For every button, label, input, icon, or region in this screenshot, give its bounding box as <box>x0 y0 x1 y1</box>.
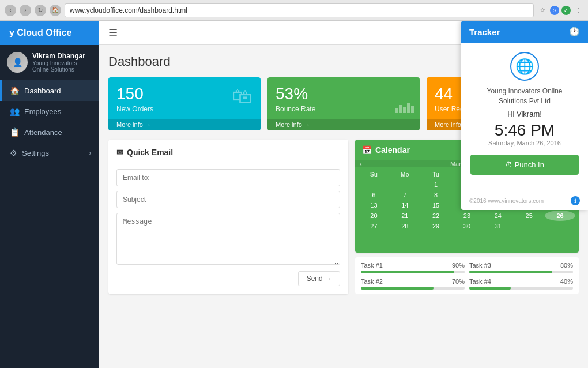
user-name: Vikram Dhangar <box>32 52 92 60</box>
task-2-percent: 70% <box>452 278 465 285</box>
sidebar-item-label: Employees <box>24 107 61 116</box>
cal-day[interactable]: 29 <box>421 221 451 231</box>
task-item-1: Task #1 90% <box>361 262 465 273</box>
bounce-label: Bounce Rate <box>276 105 412 113</box>
attendance-icon: 📋 <box>10 127 20 137</box>
chevron-right-icon: › <box>89 150 91 156</box>
tracker-date: Saturday, March 26, 2016 <box>470 140 579 147</box>
cal-day[interactable] <box>545 221 575 231</box>
browser-chrome: ‹ › ↻ 🏠 ☆ S ✓ ⋮ <box>0 0 588 21</box>
ext-icon-2[interactable]: ✓ <box>561 6 571 15</box>
ext-icon-3[interactable]: ⋮ <box>573 5 583 16</box>
forward-button[interactable]: › <box>20 5 31 16</box>
task-4-percent: 40% <box>560 278 573 285</box>
home-button[interactable]: 🏠 <box>50 5 61 16</box>
orders-more-info[interactable]: More info → <box>108 119 261 130</box>
avatar: 👤 <box>7 52 28 73</box>
task-item-2: Task #2 70% <box>361 278 465 290</box>
back-button[interactable]: ‹ <box>5 5 16 16</box>
cal-day[interactable]: 1 <box>421 179 451 190</box>
tracker-panel: Tracker 🕐 🌐 Young Innovators OnlineSolut… <box>461 21 588 210</box>
quick-email-title: ✉ Quick Email <box>116 148 340 162</box>
ext-icon-1[interactable]: S <box>550 6 559 15</box>
cal-week-4: 20 21 22 23 24 25 26 <box>359 211 575 221</box>
task-2-label: Task #2 <box>361 278 383 285</box>
cal-day[interactable]: 20 <box>359 211 389 221</box>
cal-day[interactable]: 30 <box>452 221 483 231</box>
cal-day[interactable]: 22 <box>421 211 451 221</box>
sidebar-item-label: Settings <box>22 149 49 157</box>
cal-day[interactable]: 24 <box>483 211 513 221</box>
cal-day[interactable]: 28 <box>390 221 420 231</box>
task-2-bar <box>361 287 434 290</box>
task-1-percent: 90% <box>452 262 465 269</box>
message-field[interactable] <box>116 213 340 265</box>
tasks-grid: Task #1 90% Task #3 80% <box>361 262 573 290</box>
bounce-value: 53% <box>276 84 412 104</box>
send-button[interactable]: Send → <box>298 271 340 286</box>
main-content: ☰ Dashboard 150 New Orders 🛍 More info →… <box>99 21 588 368</box>
subject-field[interactable] <box>116 191 340 208</box>
info-icon[interactable]: ℹ <box>571 196 580 205</box>
sidebar-item-attendance[interactable]: 📋 Attendance <box>0 122 99 142</box>
task-4-label: Task #4 <box>469 278 491 285</box>
tracker-title: Tracker <box>469 27 500 37</box>
tracker-greeting: Hi Vikram! <box>470 110 579 118</box>
cal-day[interactable]: 6 <box>359 190 389 200</box>
cal-day[interactable]: 7 <box>390 190 420 200</box>
settings-icon: ⚙ <box>10 148 17 157</box>
sidebar-item-settings[interactable]: ⚙ Settings › <box>0 142 99 163</box>
tracker-header: Tracker 🕐 <box>461 21 588 43</box>
cal-day[interactable]: 21 <box>390 211 420 221</box>
sidebar-item-label: Attendance <box>24 128 62 137</box>
bar-chart-icon <box>395 103 414 113</box>
calendar-icon: 📅 <box>362 145 372 155</box>
cal-day[interactable]: 25 <box>514 211 544 221</box>
app-title: y Cloud Office <box>9 28 71 38</box>
sidebar-item-label: Dashboard <box>24 87 61 95</box>
stat-card-orders: 150 New Orders 🛍 More info → <box>108 77 261 130</box>
clock-icon[interactable]: 🕐 <box>569 27 580 37</box>
tracker-footer-url: ©2016 www.yinnovators.com <box>469 198 544 204</box>
day-header-mo: Mo <box>390 170 420 179</box>
cal-day[interactable] <box>359 179 389 190</box>
email-to-field[interactable] <box>116 169 340 186</box>
cal-day[interactable] <box>514 221 544 231</box>
quick-email-panel: ✉ Quick Email Send → <box>108 140 348 294</box>
tasks-panel: Task #1 90% Task #3 80% <box>355 257 579 294</box>
day-header-su: Su <box>359 170 389 179</box>
app-logo: y Cloud Office <box>0 21 99 45</box>
cal-day[interactable]: 15 <box>421 200 451 211</box>
cal-week-5: 27 28 29 30 31 <box>359 221 575 231</box>
nav-items: 🏠 Dashboard 👥 Employees 📋 Attendance ⚙ S… <box>0 80 99 368</box>
refresh-button[interactable]: ↻ <box>35 5 46 16</box>
app: y Cloud Office 👤 Vikram Dhangar Young In… <box>0 21 588 368</box>
bounce-more-info[interactable]: More info → <box>267 119 420 130</box>
address-bar[interactable] <box>65 3 534 17</box>
star-icon[interactable]: ☆ <box>537 5 548 16</box>
cal-day-today[interactable]: 26 <box>545 211 575 221</box>
punch-in-button[interactable]: ⏱ Punch In <box>470 155 579 175</box>
cal-day[interactable] <box>390 179 420 190</box>
cal-day[interactable]: 23 <box>452 211 483 221</box>
cal-day[interactable]: 31 <box>483 221 513 231</box>
user-info: 👤 Vikram Dhangar Young Innovators Online… <box>0 45 99 80</box>
cal-day[interactable]: 8 <box>421 190 451 200</box>
calendar-title: Calendar <box>375 145 410 155</box>
employees-icon: 👥 <box>10 107 20 116</box>
dashboard-icon: 🏠 <box>10 86 20 95</box>
cal-day[interactable]: 14 <box>390 200 420 211</box>
cal-day[interactable]: 27 <box>359 221 389 231</box>
hamburger-icon[interactable]: ☰ <box>108 27 118 39</box>
sidebar-item-employees[interactable]: 👥 Employees <box>0 101 99 122</box>
sidebar: y Cloud Office 👤 Vikram Dhangar Young In… <box>0 21 99 368</box>
task-3-bar <box>469 271 552 273</box>
task-item-4: Task #4 40% <box>469 278 573 290</box>
sidebar-item-dashboard[interactable]: 🏠 Dashboard <box>0 80 99 101</box>
calendar-prev-icon[interactable]: ‹ <box>360 160 362 167</box>
envelope-icon: ✉ <box>116 148 123 157</box>
globe-icon: 🌐 <box>510 52 539 81</box>
browser-icons: ☆ S ✓ ⋮ <box>537 5 583 16</box>
task-1-bar <box>361 271 454 273</box>
cal-day[interactable]: 13 <box>359 200 389 211</box>
